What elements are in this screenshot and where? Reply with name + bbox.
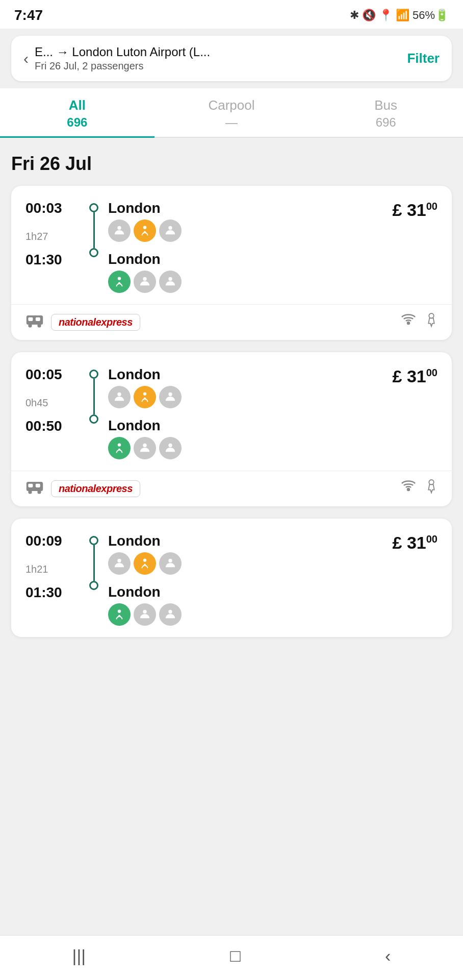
svg-point-5 [168,226,172,230]
pax-grey-c [159,386,182,408]
arrival-time-1: 01:30 [25,252,87,268]
time-col-3: 00:09 1h21 01:30 [25,533,87,626]
trip-footer-1: nationalexpress [11,304,452,340]
svg-point-16 [37,324,41,327]
svg-rect-33 [36,484,40,487]
operator-2: nationalexpress [25,479,140,498]
status-time: 7:47 [14,7,43,23]
pax-icon-grey-2 [159,219,182,242]
pax-icon-green [108,271,131,293]
departure-stop-block-3: London [108,533,182,575]
svg-point-48 [143,610,146,614]
timeline-line-3 [93,545,95,581]
trip-card[interactable]: 00:03 1h27 01:30 London [11,186,452,340]
tab-all-label: All [5,97,149,113]
trip-price-2: £ 3100 [393,366,438,386]
svg-point-19 [117,393,121,396]
svg-rect-32 [28,484,33,487]
nav-menu-button[interactable]: ||| [72,946,86,966]
svg-point-39 [143,558,146,561]
svg-point-25 [118,443,121,446]
toilet-icon-2 [425,479,438,498]
status-bar: 7:47 ✱ 🔇 📍 📶 56%🔋 [0,0,463,29]
arrival-pax-2 [108,437,182,459]
pax-grey-e [134,437,156,459]
time-col-1: 00:03 1h27 01:30 [25,200,87,293]
trip-schedule-1: 00:03 1h27 01:30 London [25,200,182,293]
departure-stop-block-1: London [108,200,182,242]
arrival-time-2: 00:50 [25,418,87,434]
pax-icon-grey-3 [134,271,156,293]
date-header: Fri 26 Jul [11,153,452,175]
svg-point-38 [117,559,121,562]
trip-card-3[interactable]: 00:09 1h21 01:30 London [11,519,452,637]
departure-dot-3 [89,536,98,545]
wifi-icon [401,313,416,332]
trip-main-2: 00:05 0h45 00:50 London [11,352,452,471]
trip-header-row-2: 00:05 0h45 00:50 London [25,366,438,459]
svg-point-6 [118,277,121,280]
pax-green-d [108,437,131,459]
filter-button[interactable]: Filter [407,51,440,66]
svg-point-17 [407,322,409,324]
nav-home-button[interactable]: □ [230,946,241,966]
mute-icon: 🔇 [362,9,376,22]
timeline-line-1 [93,212,95,248]
stops-col-3: London [101,533,182,626]
operator-badge-1: nationalexpress [51,314,140,331]
arrival-stop-block-3: London [108,584,182,626]
nav-back-button[interactable]: ‹ [385,946,391,966]
amenities-1 [401,313,438,332]
svg-point-24 [168,393,172,396]
svg-point-49 [168,610,172,614]
bus-icon-2 [25,479,44,498]
search-details: Fri 26 Jul, 2 passengers [35,60,401,72]
departure-pax-1 [108,219,182,242]
search-info: E... → London Luton Airport (L... Fri 26… [35,45,401,72]
svg-point-15 [28,324,32,327]
timeline-line-2 [93,379,95,414]
duration-3: 1h21 [25,564,87,575]
departure-stop-name-3: London [108,533,182,549]
departure-stop-name-2: London [108,366,182,383]
departure-pax-2 [108,386,182,408]
wifi-icon-2 [401,479,416,498]
departure-stop-block-2: London [108,366,182,408]
timeline-col-2 [87,366,101,459]
tab-bar: All 696 Carpool — Bus 696 [0,88,463,138]
operator-badge-2: nationalexpress [51,480,140,497]
time-col-2: 00:05 0h45 00:50 [25,366,87,459]
trip-card-2[interactable]: 00:05 0h45 00:50 London [11,352,452,506]
trip-schedule-2: 00:05 0h45 00:50 London [25,366,182,459]
departure-time-3: 00:09 [25,533,87,549]
svg-point-34 [28,490,32,494]
pax-grey-f [159,437,182,459]
departure-time-2: 00:05 [25,366,87,383]
svg-point-1 [143,226,146,229]
arrival-stop-block-1: London [108,251,182,293]
tab-bus[interactable]: Bus 696 [308,88,463,137]
tab-all[interactable]: All 696 [0,88,155,137]
tab-carpool-count: — [160,115,304,130]
arrival-dot-2 [89,414,98,424]
svg-point-11 [168,277,172,281]
arrival-stop-block-2: London [108,418,182,459]
trip-price-3: £ 3100 [393,533,438,553]
tab-carpool[interactable]: Carpool — [155,88,309,137]
trip-schedule-3: 00:09 1h21 01:30 London [25,533,182,626]
arrival-dot-1 [89,248,98,257]
back-button[interactable]: ‹ [23,50,29,67]
departure-time-1: 00:03 [25,200,87,216]
arrival-dot-3 [89,581,98,590]
arrival-time-3: 01:30 [25,584,87,601]
bluetooth-icon: ✱ [350,9,359,22]
svg-point-18 [429,313,433,318]
search-bar[interactable]: ‹ E... → London Luton Airport (L... Fri … [11,36,452,81]
departure-dot-2 [89,370,98,379]
pax-icon-yellow [134,219,156,242]
trip-header-row-1: 00:03 1h27 01:30 London [25,200,438,293]
toilet-icon [425,313,438,332]
location-icon: 📍 [379,9,393,22]
svg-rect-13 [28,317,33,321]
svg-point-43 [168,559,172,562]
